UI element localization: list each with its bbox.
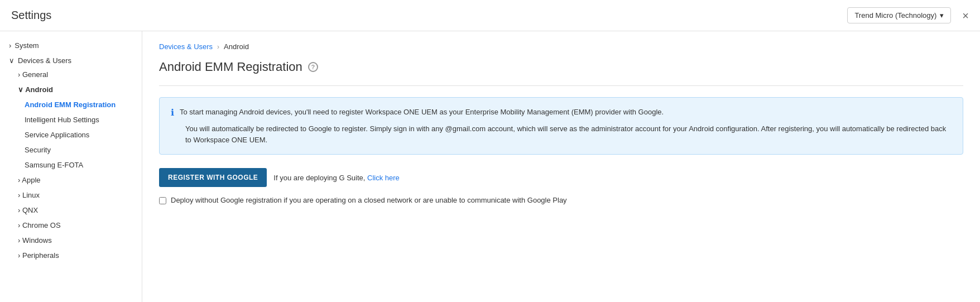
sidebar-item-service-apps[interactable]: Service Applications [0, 127, 142, 142]
sidebar-item-peripherals[interactable]: › Peripherals [0, 248, 142, 263]
click-here-link[interactable]: Click here [367, 174, 400, 182]
sidebar-label: Android EMM Registration [25, 100, 116, 109]
sidebar-label: Windows [22, 236, 52, 245]
sidebar-label: Service Applications [25, 131, 89, 139]
inline-text-label: If you are deploying G Suite, [273, 174, 365, 182]
info-box: ℹ To start managing Android devices, you… [159, 97, 963, 155]
chevron-right-icon: › [18, 251, 20, 260]
info-secondary-row: You will automatically be redirected to … [171, 123, 952, 145]
sidebar-label: Security [25, 146, 51, 154]
title-divider [159, 85, 963, 86]
chevron-right-icon: › [18, 206, 20, 214]
sidebar-item-linux[interactable]: › Linux [0, 188, 142, 203]
sidebar-item-windows[interactable]: › Windows [0, 233, 142, 248]
sidebar-item-qnx[interactable]: › QNX [0, 203, 142, 218]
sidebar-item-android[interactable]: ∨ Android [0, 82, 142, 97]
sidebar-item-intelligent-hub[interactable]: Intelligent Hub Settings [0, 112, 142, 127]
header: Settings Trend Micro (Technology) ▾ × [0, 0, 980, 31]
app-title: Settings [11, 9, 51, 22]
chevron-right-icon: › [18, 176, 20, 184]
info-primary-text: To start managing Android devices, you'l… [180, 107, 664, 118]
main-layout: › System ∨ Devices & Users › General ∨ A… [0, 31, 980, 302]
actions-row: REGISTER WITH GOOGLE If you are deployin… [159, 168, 963, 187]
sidebar-label: Chrome OS [22, 221, 61, 229]
sidebar-item-security[interactable]: Security [0, 142, 142, 157]
sidebar-label: Linux [22, 191, 40, 199]
sidebar-item-label: System [15, 41, 39, 50]
deploy-without-google-checkbox[interactable] [159, 197, 166, 204]
info-primary-row: ℹ To start managing Android devices, you… [171, 107, 952, 118]
sidebar-item-devices-users[interactable]: ∨ Devices & Users [0, 52, 142, 67]
sidebar-item-general[interactable]: › General [0, 67, 142, 82]
deploy-without-google-label: Deploy without Google registration if yo… [171, 196, 567, 204]
breadcrumb-current: Android [224, 42, 249, 51]
deploy-without-google-row: Deploy without Google registration if yo… [159, 196, 963, 204]
sidebar-item-samsung-efota[interactable]: Samsung E-FOTA [0, 157, 142, 172]
sidebar-label: Intelligent Hub Settings [25, 116, 99, 124]
tenant-dropdown[interactable]: Trend Micro (Technology) ▾ [847, 7, 951, 23]
info-circle-icon: ℹ [171, 107, 174, 118]
breadcrumb-parent-link[interactable]: Devices & Users [159, 42, 213, 51]
chevron-down-icon: ▾ [940, 11, 944, 20]
sidebar-label: QNX [22, 206, 38, 214]
sidebar: › System ∨ Devices & Users › General ∨ A… [0, 31, 142, 302]
sidebar-item-chromeos[interactable]: › Chrome OS [0, 218, 142, 233]
breadcrumb: Devices & Users › Android [159, 42, 963, 51]
help-icon[interactable]: ? [308, 62, 318, 72]
info-secondary-text: You will automatically be redirected to … [171, 123, 952, 145]
sidebar-item-label: Devices & Users [18, 56, 71, 65]
chevron-down-icon: ∨ [9, 56, 15, 65]
chevron-down-icon: ∨ [18, 85, 23, 94]
chevron-right-icon: › [18, 70, 20, 79]
chevron-right-icon: › [9, 41, 11, 50]
sidebar-label: General [22, 70, 48, 79]
tenant-label: Trend Micro (Technology) [854, 11, 936, 20]
chevron-right-icon: › [18, 191, 20, 199]
breadcrumb-separator: › [217, 43, 219, 51]
chevron-right-icon: › [18, 221, 20, 229]
header-right: Trend Micro (Technology) ▾ × [847, 7, 969, 23]
inline-text: If you are deploying G Suite, Click here [273, 174, 399, 182]
page-title: Android EMM Registration [159, 60, 302, 74]
sidebar-item-system[interactable]: › System [0, 37, 142, 52]
page-title-row: Android EMM Registration ? [159, 60, 963, 74]
sidebar-item-apple[interactable]: › Apple [0, 172, 142, 188]
register-with-google-button[interactable]: REGISTER WITH GOOGLE [159, 168, 267, 187]
sidebar-item-android-emm[interactable]: Android EMM Registration [0, 97, 142, 112]
sidebar-label: Peripherals [22, 251, 59, 260]
chevron-right-icon: › [18, 236, 20, 245]
sidebar-label: Samsung E-FOTA [25, 161, 83, 169]
close-button[interactable]: × [962, 10, 969, 21]
sidebar-label: Apple [22, 176, 40, 184]
main-content: Devices & Users › Android Android EMM Re… [142, 31, 980, 302]
sidebar-label: Android [25, 85, 53, 94]
